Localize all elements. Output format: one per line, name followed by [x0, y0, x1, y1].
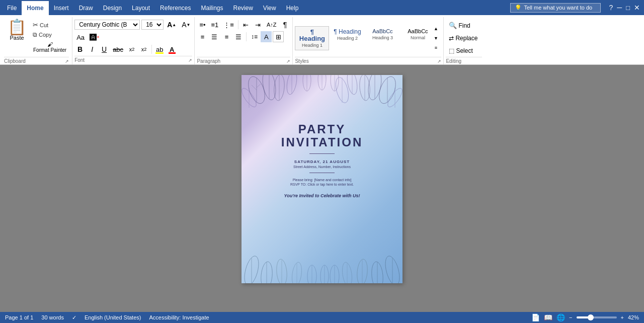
help-icon: ?: [609, 4, 613, 12]
page-info: Page 1 of 1: [5, 314, 33, 320]
sort-button[interactable]: A↑Z: [265, 19, 279, 30]
language[interactable]: English (United States): [85, 314, 141, 320]
shading-button[interactable]: A: [261, 31, 272, 42]
invitation-address: Street Address, Number, Instructions: [293, 165, 351, 169]
style-heading3[interactable]: AaBbCc Heading 3: [365, 26, 399, 50]
font-size-select[interactable]: 16: [141, 20, 164, 30]
zoom-out-button[interactable]: −: [569, 314, 572, 320]
change-case-button[interactable]: Aa: [74, 32, 87, 43]
bullets-button[interactable]: ≡•: [197, 19, 208, 30]
styles-expand-icon[interactable]: ↗: [437, 59, 441, 64]
invite-divider-1: [309, 153, 335, 154]
styles-scroll-up[interactable]: ▲: [430, 24, 441, 33]
superscript-button[interactable]: x2: [138, 44, 149, 55]
read-mode-icon[interactable]: 📖: [544, 313, 552, 321]
decrease-indent-button[interactable]: ⇤: [240, 19, 252, 30]
tab-review[interactable]: Review: [228, 1, 258, 15]
font-group: Century Gothic (B 16 A▲ A▼ Aa 🅰✕ B I U a…: [72, 17, 195, 64]
heading1-label: Heading 1: [297, 43, 327, 48]
restore-icon[interactable]: □: [626, 4, 630, 12]
close-icon[interactable]: ✕: [634, 4, 640, 12]
align-left-button[interactable]: ≡: [197, 31, 208, 42]
bold-button[interactable]: B: [74, 44, 86, 55]
paste-label: Paste: [10, 35, 24, 41]
zoom-in-button[interactable]: +: [621, 314, 624, 320]
zoom-level[interactable]: 42%: [628, 314, 639, 320]
replace-button[interactable]: ⇄ Replace: [446, 33, 482, 43]
svg-point-18: [385, 86, 403, 109]
top-leaves-decoration: [242, 75, 403, 128]
tab-references[interactable]: References: [155, 1, 196, 15]
word-count: 30 words: [41, 314, 64, 320]
format-painter-button[interactable]: 🖌 Format Painter: [31, 40, 69, 54]
normal-sample: AaBbCc: [403, 29, 428, 34]
document-page[interactable]: PARTY INVITATION SATURDAY, 21 AUGUST Str…: [242, 75, 403, 283]
style-normal[interactable]: AaBbCc Normal: [400, 26, 428, 50]
clear-format-button[interactable]: 🅰✕: [88, 32, 102, 43]
font-name-select[interactable]: Century Gothic (B: [74, 20, 140, 30]
spelling-check-icon[interactable]: ✓: [72, 314, 76, 321]
clipboard-expand-icon[interactable]: ↗: [65, 59, 69, 64]
zoom-slider[interactable]: [577, 316, 617, 318]
tab-view[interactable]: View: [258, 1, 281, 15]
minimize-icon[interactable]: ─: [617, 4, 622, 12]
paste-icon: 📋: [8, 20, 26, 35]
styles-scroll-down[interactable]: ▼: [430, 34, 441, 43]
web-layout-icon[interactable]: 🌐: [556, 313, 565, 321]
tab-draw[interactable]: Draw: [74, 1, 98, 15]
document-area: PARTY INVITATION SATURDAY, 21 AUGUST Str…: [0, 65, 644, 312]
italic-button[interactable]: I: [87, 44, 98, 55]
text-highlight-button[interactable]: ab: [154, 44, 165, 55]
font-color-button[interactable]: A: [167, 44, 178, 55]
svg-line-2: [252, 85, 257, 90]
copy-button[interactable]: ⧉ Copy: [31, 30, 69, 39]
format-painter-icon: 🖌: [47, 41, 53, 47]
tab-layout[interactable]: Layout: [127, 1, 155, 15]
find-icon: 🔍: [449, 22, 457, 29]
invite-divider-2: [309, 173, 335, 173]
increase-indent-button[interactable]: ⇥: [253, 19, 264, 30]
tab-file[interactable]: File: [2, 1, 22, 15]
print-layout-icon[interactable]: 📄: [531, 313, 540, 321]
multilevel-button[interactable]: ⋮≡: [221, 19, 236, 30]
style-heading2[interactable]: ¶ Heading Heading 2: [330, 26, 364, 50]
tab-mailings[interactable]: Mailings: [196, 1, 228, 15]
invitation-date: SATURDAY, 21 AUGUST: [294, 159, 350, 164]
tab-home[interactable]: Home: [22, 1, 48, 15]
paragraph-expand-icon[interactable]: ↗: [286, 59, 290, 64]
cut-icon: ✂: [33, 21, 38, 29]
invitation-celebrate: You're Invited to Celebrate with Us!: [284, 193, 360, 198]
invitation-title-line1: PARTY: [298, 123, 346, 136]
copy-label: Copy: [39, 32, 52, 38]
find-button[interactable]: 🔍 Find: [446, 20, 482, 31]
heading3-sample: AaBbCc: [368, 29, 397, 34]
align-right-button[interactable]: ≡: [221, 31, 232, 42]
line-spacing-button[interactable]: ↕≡: [249, 31, 260, 42]
styles-expand[interactable]: ≡: [430, 43, 441, 52]
style-heading1[interactable]: ¶ Heading Heading 1: [295, 26, 329, 50]
tell-me-box[interactable]: 💡 Tell me what you want to do: [510, 3, 601, 13]
find-label: Find: [458, 22, 470, 29]
borders-button[interactable]: ⊞: [273, 31, 284, 42]
grow-font-button[interactable]: A▲: [165, 19, 178, 30]
center-button[interactable]: ☰: [209, 31, 220, 42]
font-expand-icon[interactable]: ↗: [188, 58, 192, 63]
accessibility[interactable]: Accessibility: Investigate: [149, 314, 209, 320]
tab-insert[interactable]: Insert: [49, 1, 74, 15]
strikethrough-button[interactable]: abc: [111, 44, 125, 55]
styles-group: ¶ Heading Heading 1 ¶ Heading Heading 2 …: [293, 17, 444, 64]
cut-button[interactable]: ✂ Cut: [31, 20, 69, 30]
shrink-font-button[interactable]: A▼: [180, 19, 192, 30]
underline-button[interactable]: U: [99, 44, 110, 55]
justify-button[interactable]: ☰: [233, 31, 244, 42]
numbering-button[interactable]: ≡1: [209, 19, 220, 30]
status-bar: Page 1 of 1 30 words ✓ English (United S…: [0, 312, 644, 323]
show-marks-button[interactable]: ¶: [279, 19, 290, 30]
tab-help[interactable]: Help: [281, 1, 304, 15]
select-button[interactable]: ⬚ Select: [446, 46, 482, 56]
tell-me-placeholder: Tell me what you want to do: [524, 5, 592, 11]
heading2-sample: ¶ Heading: [333, 29, 362, 35]
tab-design[interactable]: Design: [98, 1, 127, 15]
paste-button[interactable]: 📋 Paste: [4, 18, 30, 42]
subscript-button[interactable]: x2: [126, 44, 137, 55]
